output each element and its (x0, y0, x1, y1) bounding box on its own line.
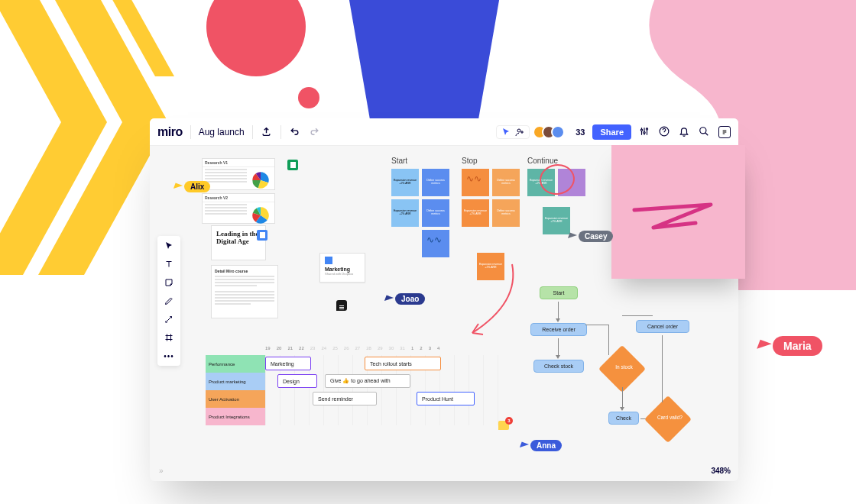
sticky-note[interactable]: ∿∿ (422, 230, 449, 257)
notifications-icon[interactable] (679, 126, 691, 138)
comment-icon[interactable]: 3 (498, 421, 509, 430)
flow-connector (558, 302, 559, 320)
settings-icon[interactable] (639, 126, 651, 138)
sticky-note[interactable]: Expansion revenue +2% ARR (391, 169, 419, 196)
user-cursor-maria: Maria (758, 336, 822, 356)
user-cursor-alix: Alix (174, 181, 210, 192)
select-tool-icon[interactable] (164, 241, 174, 251)
collapse-toolbar-icon[interactable]: » (159, 467, 164, 475)
sticky-note[interactable]: Define success metrics (492, 199, 520, 227)
timeline-card[interactable]: Product Hunt (417, 392, 475, 405)
sticky-note[interactable]: Expansion revenue +2% ARR (391, 199, 419, 227)
flow-connector (662, 335, 663, 402)
cursor-icon (173, 183, 183, 191)
timeline-row-label[interactable]: Product Integrations (206, 408, 265, 425)
cursor-icon (568, 232, 577, 241)
timeline-card[interactable]: Marketing (265, 357, 311, 370)
timeline-card[interactable]: Tech rollout starts (365, 357, 441, 370)
export-icon[interactable] (261, 126, 273, 138)
flow-node-checkstock[interactable]: Check stock (533, 360, 584, 373)
svg-point-6 (166, 321, 167, 323)
arrowhead-icon (620, 407, 624, 411)
sticky-note[interactable]: Define success metrics (422, 169, 449, 196)
research-doc-2[interactable]: Research V2 (202, 193, 275, 224)
timeline-date: 26 (344, 346, 349, 351)
timeline-card[interactable]: Design (277, 374, 317, 388)
sticky-note[interactable]: Expansion revenue +2% ARR (543, 207, 570, 234)
svg-point-3 (646, 128, 647, 129)
cursor-icon (520, 441, 529, 450)
help-icon[interactable] (659, 126, 671, 138)
svg-point-5 (700, 127, 706, 133)
text-tool-icon[interactable] (164, 259, 174, 270)
frame-tool-icon[interactable] (164, 332, 174, 343)
svg-point-0 (517, 129, 520, 132)
add-user-icon (515, 128, 524, 137)
red-arrow-annotation (459, 260, 527, 344)
marketing-card[interactable]: Marketing Shared with Dropbox (319, 253, 365, 283)
sticky-note[interactable]: Expansion revenue +2% ARR (462, 199, 489, 227)
flow-connector (622, 315, 653, 316)
timeline-date: 28 (366, 346, 371, 351)
sticky-note[interactable]: Define success metrics (492, 169, 520, 196)
flow-node-start[interactable]: Start (540, 286, 578, 299)
timeline-date: 22 (299, 346, 304, 351)
flow-node-cancel[interactable]: Cancel order (636, 320, 689, 333)
zoom-level[interactable]: 348% (711, 467, 731, 475)
google-sheets-icon[interactable] (287, 160, 298, 170)
flow-decision-instock[interactable]: In stock (598, 345, 646, 393)
ssc-stop-label: Stop (462, 157, 478, 165)
board-name[interactable]: Aug launch (199, 127, 245, 137)
user-cursor-joao: Joao (385, 293, 425, 305)
research-doc-1[interactable]: Research V1 (202, 158, 275, 190)
comment-badge: 3 (505, 417, 513, 425)
timeline-date: 4 (437, 346, 439, 351)
user-cursor-casey: Casey (569, 231, 613, 242)
share-button[interactable]: Share (592, 124, 631, 140)
timeline-row-label[interactable]: User Activation (206, 390, 265, 408)
card-subtitle: Shared with Dropbox (325, 272, 360, 276)
undo-icon[interactable] (289, 126, 301, 138)
timeline-date: 31 (400, 346, 405, 351)
logo[interactable]: miro (157, 125, 183, 139)
sticky-note[interactable]: Define success metrics (422, 199, 449, 227)
cursor-follow-group[interactable] (496, 125, 530, 139)
sticky-tool-icon[interactable] (164, 277, 174, 288)
course-doc[interactable]: Detail Miro course (211, 265, 278, 318)
flow-connector (585, 325, 608, 325)
scribble-icon (611, 145, 745, 279)
participant-count[interactable]: 33 (576, 128, 585, 137)
search-icon[interactable] (699, 126, 711, 138)
sticky-note[interactable]: ∿∿ (462, 169, 489, 196)
timeline-row-label[interactable]: Performance (206, 355, 265, 373)
notes-icon[interactable] (718, 126, 731, 138)
svg-point-2 (644, 131, 645, 133)
large-sticky-note[interactable] (611, 145, 745, 279)
article-title: Leading in the Digital Age (216, 231, 261, 246)
pie-chart-1 (249, 169, 272, 192)
google-docs-icon[interactable] (257, 230, 268, 241)
comment-icon[interactable] (336, 300, 347, 311)
flow-node-receive[interactable]: Receive order (530, 323, 587, 336)
timeline-date: 19 (265, 346, 271, 351)
flow-decision-cardvalid[interactable]: Card valid? (644, 396, 692, 443)
more-tools-icon[interactable]: ••• (164, 351, 174, 361)
header-bar: miro Aug launch 33 Share (150, 118, 738, 146)
left-toolbar: ••• (157, 236, 180, 366)
divider (190, 125, 191, 139)
cursor-name: Anna (530, 440, 562, 451)
redo-icon[interactable] (309, 126, 321, 138)
arrowhead-icon (556, 355, 560, 359)
cursor-icon (757, 339, 771, 353)
timeline-date: 1 (411, 346, 413, 351)
timeline-date: 25 (332, 346, 338, 351)
participant-avatars[interactable] (537, 125, 565, 139)
timeline-card[interactable]: Give 👍 to go ahead with (325, 374, 410, 388)
pink-dot (298, 87, 319, 108)
pen-tool-icon[interactable] (164, 296, 174, 306)
ssc-continue-label: Continue (527, 157, 558, 165)
timeline-row-label[interactable]: Product marketing (206, 373, 265, 390)
connector-tool-icon[interactable] (164, 314, 174, 325)
timeline-card[interactable]: Send reminder (313, 392, 377, 405)
flow-node-check[interactable]: Check (608, 412, 639, 425)
